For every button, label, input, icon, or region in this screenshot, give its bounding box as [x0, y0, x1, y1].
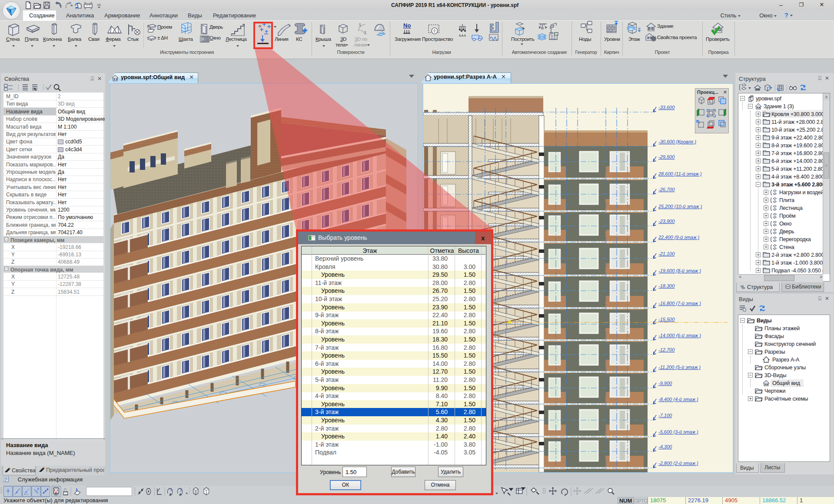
svg-text:-18,300: -18,300 [658, 283, 675, 288]
svg-text:-15,500: -15,500 [658, 317, 675, 322]
svg-text:-16,800 (7-й этаж ): -16,800 (7-й этаж ) [658, 301, 701, 306]
svg-text:-4,300: -4,300 [658, 444, 672, 449]
svg-text:-9,900: -9,900 [658, 381, 672, 386]
svg-text:-7,100: -7,100 [658, 413, 672, 418]
svg-text:-2,800 (2-й этаж ): -2,800 (2-й этаж ) [658, 461, 698, 466]
svg-text:-26,700: -26,700 [658, 187, 675, 192]
svg-text:-23,900: -23,900 [658, 219, 675, 224]
svg-text:x: x [170, 487, 172, 492]
svg-text:22,400 (9-й этаж ): 22,400 (9-й этаж ) [658, 235, 700, 240]
svg-text:28,600 (11-й этаж ): 28,600 (11-й этаж ) [658, 171, 702, 176]
svg-text:-5,600 (3-й этаж ): -5,600 (3-й этаж ) [658, 429, 698, 434]
svg-text:-29,500: -29,500 [658, 154, 675, 159]
svg-text:25,200 (10-й этаж ): 25,200 (10-й этаж ) [658, 204, 702, 209]
svg-text:1: 1 [364, 30, 366, 35]
svg-text:y: y [180, 487, 182, 492]
svg-text:-30,600 (Кровля ): -30,600 (Кровля ) [658, 139, 696, 144]
svg-text:-11,200 (5-й этаж ): -11,200 (5-й этаж ) [658, 365, 701, 370]
svg-text:-12,700: -12,700 [658, 347, 675, 352]
svg-text:-33,600: -33,600 [658, 105, 675, 110]
svg-text:-19,600 (8-й этаж ): -19,600 (8-й этаж ) [658, 268, 701, 273]
svg-text:-21,100: -21,100 [658, 251, 675, 256]
svg-text:No: No [403, 22, 411, 29]
svg-text:1: 1 [359, 23, 361, 27]
svg-text:-8,400 (4-й этаж ): -8,400 (4-й этаж ) [658, 397, 698, 402]
svg-text:-14,000 (6-й этаж ): -14,000 (6-й этаж ) [658, 333, 701, 338]
